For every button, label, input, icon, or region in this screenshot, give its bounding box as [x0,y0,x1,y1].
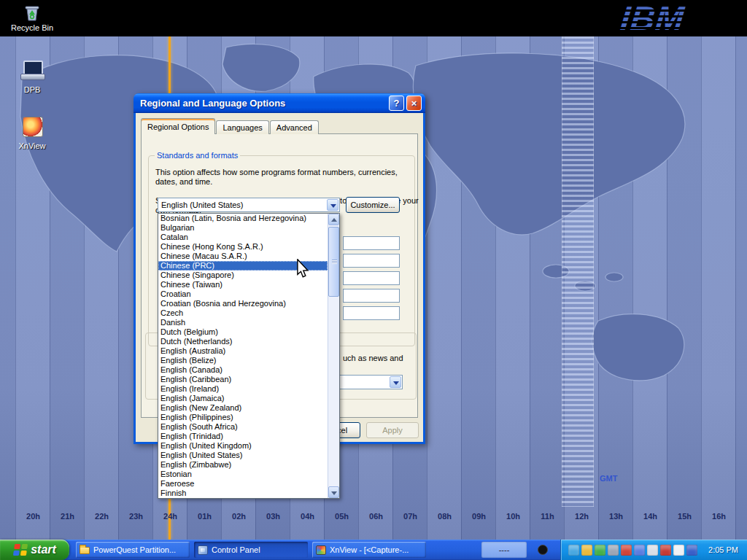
sample-field[interactable] [343,289,400,303]
tray-icon-4[interactable] [608,545,619,556]
language-option[interactable]: Croatian [158,289,328,299]
timezone-label: 06h [359,512,393,521]
language-option[interactable]: Catalan [158,233,328,242]
dropdown-scrollbar[interactable] [328,214,339,498]
task-powerquest[interactable]: PowerQuest Partition... [76,542,190,558]
tray-icon-3[interactable] [595,545,605,556]
language-option[interactable]: English (South Africa) [158,422,328,432]
taskbar-toolbar-icon[interactable] [538,545,548,555]
desktop-icon-glyph [20,116,44,136]
help-button[interactable]: ? [389,96,404,111]
tab-advanced[interactable]: Advanced [270,120,319,134]
tab-languages[interactable]: Languages [216,120,268,134]
language-option[interactable]: Estonian [158,470,328,479]
language-combobox[interactable]: English (United States) [158,198,340,212]
task-icon [198,545,208,555]
sample-field[interactable] [343,306,400,320]
combobox-dropdown-button[interactable] [327,199,338,211]
language-option[interactable]: Danish [158,318,328,327]
taskbar-clock[interactable]: 2:05 PM [708,545,738,554]
task-icon [80,547,90,554]
language-option[interactable]: English (New Zealand) [158,403,328,413]
language-option[interactable]: English (Australia) [158,346,328,356]
mouse-cursor [296,259,309,281]
language-dropdown-items: Bosnian (Latin, Bosnia and Herzegovina)B… [158,214,328,498]
dialog-tabs: Regional OptionsLanguagesAdvanced [141,118,320,134]
tray-icon-2[interactable] [581,545,592,556]
desktop-icon-dpb[interactable]: DPB [9,60,55,96]
language-option[interactable]: English (Ireland) [158,384,328,394]
language-option[interactable]: English (Jamaica) [158,394,328,403]
scrollbar-up-button[interactable] [328,214,339,225]
language-dropdown-list: Bosnian (Latin, Bosnia and Herzegovina)B… [158,213,340,499]
task-label: PowerQuest Partition... [93,545,176,554]
tray-icon-6[interactable] [634,545,645,556]
task-xnview[interactable]: XnView - [<Capture-... [312,542,426,558]
language-option[interactable]: Dutch (Belgium) [158,327,328,337]
standards-description: This option affects how some programs fo… [155,168,412,187]
tray-icon-7[interactable] [647,545,658,556]
sample-field[interactable] [343,254,400,268]
timezone-label: 07h [393,512,427,521]
language-option[interactable]: Czech [158,308,328,318]
desktop-icon-xnview[interactable]: XnView [9,116,55,152]
recycle-bin-glyph [23,3,42,22]
timezone-label: 02h [222,512,256,521]
customize-button[interactable]: Customize... [346,197,400,213]
timezone-label: 20h [16,512,50,521]
scrollbar-thumb[interactable] [328,227,339,297]
language-option[interactable]: English (Belize) [158,356,328,365]
desktop-icon-label: XnView [18,141,45,150]
timezone-label: 16h [702,512,736,521]
windows-flag-icon [12,543,29,556]
ibm-logo: IBM [619,0,686,36]
language-option[interactable]: English (Philippines) [158,413,328,422]
language-option[interactable]: Bosnian (Latin, Bosnia and Herzegovina) [158,214,328,223]
tray-icon-1[interactable] [568,545,579,556]
tab-regional-options[interactable]: Regional Options [141,118,215,134]
tray-icons [568,545,697,556]
desktop-icon-label: DPB [24,85,41,94]
task-icon [316,545,326,555]
sample-field[interactable] [343,236,400,250]
scrollbar-down-button[interactable] [328,486,339,498]
tray-icon-5[interactable] [621,545,632,556]
timezone-label: 05h [325,512,359,521]
language-option[interactable]: English (Canada) [158,365,328,375]
tray-icon-9[interactable] [673,545,684,556]
timezone-label: 10h [496,512,530,521]
timezone-label: 12h [565,512,599,521]
language-option[interactable]: Faeroese [158,479,328,489]
language-option[interactable]: Chinese (Hong Kong S.A.R.) [158,242,328,252]
task-control-panel[interactable]: Control Panel [194,542,308,558]
taskbar-toolbar[interactable]: ---- [481,542,527,558]
language-option[interactable]: English (United States) [158,451,328,460]
language-option[interactable]: English (Trinidad) [158,432,328,441]
group-caption: Standards and formats [155,151,240,160]
timezone-labels: 20h21h22h23h24h01h02h03h04h05h06h07h08h0… [16,512,736,521]
tray-icon-8[interactable] [660,545,671,556]
combobox-dropdown-button[interactable] [390,376,401,388]
recycle-bin-icon[interactable]: Recycle Bin [9,3,55,32]
sample-field[interactable] [343,271,400,285]
language-option[interactable]: English (Caribbean) [158,375,328,384]
task-label: XnView - [<Capture-... [330,545,409,554]
taskbar: start PowerQuest Partition... Control Pa… [0,540,747,560]
timezone-label: 11h [530,512,565,521]
language-option[interactable]: Dutch (Netherlands) [158,337,328,346]
dialog-title: Regional and Language Options [140,98,285,109]
desktop: 20h21h22h23h24h01h02h03h04h05h06h07h08h0… [0,0,747,560]
start-button[interactable]: start [0,540,69,560]
timezone-label: 08h [427,512,462,521]
language-option[interactable]: English (Zimbabwe) [158,460,328,470]
close-button[interactable]: × [406,96,422,111]
language-option[interactable]: Finnish [158,489,328,498]
apply-button[interactable]: Apply [366,422,419,438]
language-option[interactable]: Bulgarian [158,223,328,233]
timezone-label: 22h [85,512,119,521]
language-option[interactable]: Croatian (Bosnia and Herzegovina) [158,299,328,308]
timezone-label: 23h [119,512,153,521]
language-option[interactable]: English (United Kingdom) [158,441,328,451]
dialog-titlebar[interactable]: Regional and Language Options ? × [133,93,425,113]
tray-icon-10[interactable] [686,545,697,556]
